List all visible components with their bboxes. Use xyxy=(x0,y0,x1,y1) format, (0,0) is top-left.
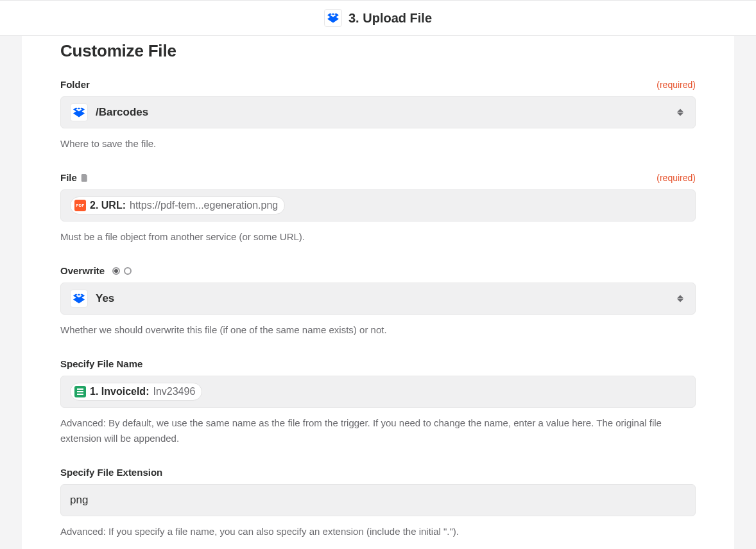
file-helper: Must be a file object from another servi… xyxy=(60,229,696,245)
dropbox-icon xyxy=(327,13,339,23)
sort-caret-icon xyxy=(677,109,683,116)
folder-label: Folder xyxy=(60,79,90,90)
field-overwrite: Overwrite Yes Whether we should overwrit… xyxy=(60,265,696,338)
dropbox-icon xyxy=(70,290,88,308)
step-header: 3. Upload File xyxy=(0,0,756,36)
extension-label: Specify File Extension xyxy=(60,467,162,478)
file-label: File xyxy=(60,172,89,183)
field-folder: Folder (required) /Barcodes Where to sav… xyxy=(60,79,696,152)
section-heading: Customize File xyxy=(60,41,696,61)
pdf-icon: PDF xyxy=(74,200,86,211)
svg-rect-2 xyxy=(77,394,83,395)
overwrite-label: Overwrite xyxy=(60,265,132,276)
svg-rect-0 xyxy=(77,388,83,390)
folder-select[interactable]: /Barcodes xyxy=(60,96,696,128)
folder-helper: Where to save the file. xyxy=(60,136,696,152)
overwrite-select[interactable]: Yes xyxy=(60,283,696,315)
required-indicator: (required) xyxy=(657,80,696,90)
extension-helper: Advanced: If you specify a file name, yo… xyxy=(60,524,696,539)
overwrite-value: Yes xyxy=(96,292,114,305)
file-type-icon xyxy=(81,174,89,182)
overwrite-radio-icons xyxy=(112,267,132,275)
overwrite-helper: Whether we should overwrite this file (i… xyxy=(60,322,696,338)
spreadsheet-icon xyxy=(74,386,86,397)
filename-value-pill[interactable]: 1. InvoiceId: Inv23496 xyxy=(70,383,202,401)
form-panel: Customize File Folder (required) /Barcod… xyxy=(22,36,734,549)
file-input[interactable]: PDF 2. URL: https://pdf-tem...egeneratio… xyxy=(60,189,696,222)
field-filename: Specify File Name 1. InvoiceId: Inv23496… xyxy=(60,358,696,446)
radio-selected-icon xyxy=(112,267,120,275)
field-file: File (required) PDF 2. URL: https://pdf-… xyxy=(60,172,696,245)
field-extension: Specify File Extension png Advanced: If … xyxy=(60,467,696,539)
extension-input[interactable]: png xyxy=(60,484,696,516)
svg-rect-1 xyxy=(77,391,83,392)
sort-caret-icon xyxy=(677,295,683,302)
filename-helper: Advanced: By default, we use the same na… xyxy=(60,415,696,446)
extension-value: png xyxy=(70,494,88,507)
filename-label: Specify File Name xyxy=(60,358,142,369)
folder-value: /Barcodes xyxy=(96,106,148,119)
required-indicator: (required) xyxy=(657,173,696,183)
filename-input[interactable]: 1. InvoiceId: Inv23496 xyxy=(60,376,696,408)
file-value-pill[interactable]: PDF 2. URL: https://pdf-tem...egeneratio… xyxy=(70,196,285,214)
dropbox-icon xyxy=(70,103,88,121)
radio-unselected-icon xyxy=(124,267,132,275)
step-title: 3. Upload File xyxy=(348,11,432,26)
app-icon-wrap xyxy=(324,9,342,27)
